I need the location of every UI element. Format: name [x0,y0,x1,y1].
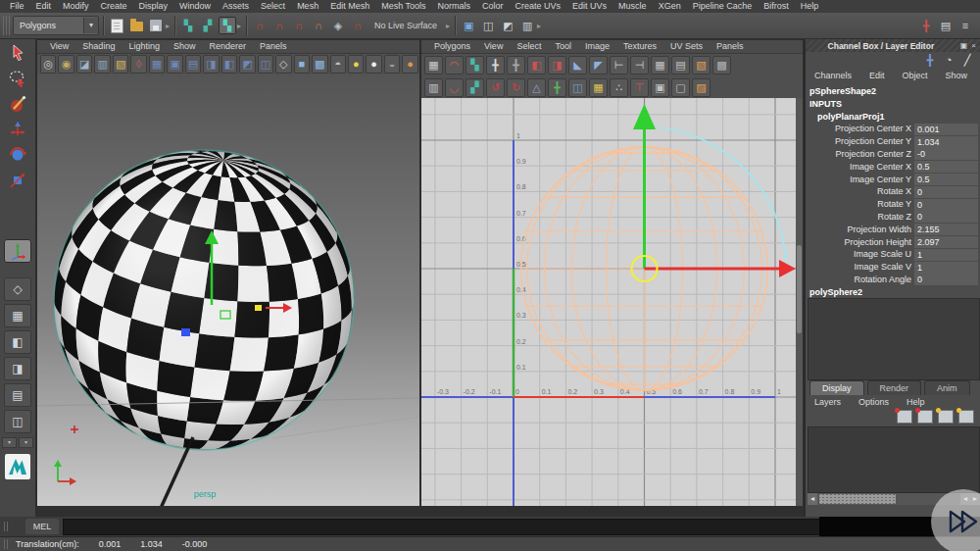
persp-menu-view[interactable]: View [43,40,75,53]
collapse-arrow-icon[interactable]: ▸ [446,22,450,30]
menu-pipeline-cache[interactable]: Pipeline Cache [687,0,759,13]
toolbar-grip[interactable] [3,16,10,35]
menu-window[interactable]: Window [173,0,217,13]
grid-uv-icon[interactable]: ▦ [651,56,669,75]
textured-icon[interactable]: ▩ [312,55,327,74]
make-live-icon[interactable]: ◈ [329,17,347,34]
attr-value-rotate-z[interactable]: 0 [914,211,978,223]
show-manipulator-toggle-icon[interactable]: ╋ [917,17,935,34]
uv-shell-select-icon[interactable]: ▚ [466,56,484,75]
grid-icon[interactable]: ▦ [149,55,165,74]
snap-to-point-icon[interactable]: ∩ [290,17,308,34]
layer-tab-anim[interactable]: Anim [924,380,970,395]
uv-editor-canvas[interactable]: -0.3-0.2-0.100.10.20.30.40.50.60.70.80.9… [421,98,797,506]
uv-face-select-icon[interactable]: ▞ [466,78,484,97]
collapse-arrow-icon[interactable]: ▸ [237,22,241,30]
gate-mask-icon[interactable]: ◨ [203,55,219,74]
copy-uv-icon[interactable]: ▨ [692,78,710,97]
new-empty-display-layer-icon[interactable] [897,410,912,424]
attr-value-rotate-y[interactable]: 0 [914,199,978,211]
layout-uv-icon[interactable]: ◫ [568,78,587,97]
channel-menu-channels[interactable]: Channels [806,70,860,82]
align-right-icon[interactable]: ⊣ [630,56,649,75]
save-scene-icon[interactable] [147,17,165,34]
unfold-uv-icon[interactable]: △ [527,78,546,97]
scrollbar-thumb[interactable] [819,494,896,504]
menu-mesh[interactable]: Mesh [291,0,324,13]
two-d-pan-zoom-icon[interactable]: ◊ [130,55,146,74]
image-plane-icon[interactable]: ▧ [113,55,128,74]
align-top-icon[interactable]: ⊤ [630,78,649,97]
unstack-shells-icon[interactable]: ▢ [671,78,690,97]
snap-to-curve-icon[interactable]: ∩ [270,17,288,34]
new-scene-icon[interactable] [108,17,125,34]
menu-help[interactable]: Help [795,0,825,13]
attr-value-projection-height[interactable]: 2.097 [914,236,978,248]
uv-lattice-2-icon[interactable]: ▥ [424,78,443,97]
attr-value-image-center-x[interactable]: 0.5 [914,161,978,173]
menu-modify[interactable]: Modify [57,0,95,13]
layer-menu-options[interactable]: Options [850,396,898,409]
camera-attributes-icon[interactable]: ◪ [76,55,92,74]
film-gate-icon[interactable]: ▣ [167,55,182,74]
menu-mesh-tools[interactable]: Mesh Tools [375,0,431,13]
snap-to-grid-icon[interactable]: ∩ [251,17,269,34]
layout-shortcut-menu-2[interactable]: ▾ [19,437,33,448]
attr-value-projection-center-x[interactable]: 0.001 [914,124,978,135]
sew-uv-icon[interactable]: ◤ [589,56,608,75]
render-current-frame-icon[interactable]: ◫ [479,17,497,34]
shaded-cube-icon[interactable]: ■ [294,55,310,74]
collapse-arrow-icon[interactable]: ▸ [537,22,541,30]
attr-value-rotation-angle[interactable]: 0 [914,274,978,285]
menu-edit-uvs[interactable]: Edit UVs [566,0,612,13]
new-layer-from-selected-icon[interactable] [917,410,933,424]
resolution-gate-icon[interactable]: ▤ [185,55,201,74]
uv-menu-textures[interactable]: Textures [616,40,663,53]
pixel-snap-icon[interactable]: ▤ [671,56,690,75]
lasso-tool[interactable] [4,67,31,90]
scale-tool[interactable] [4,169,31,192]
layer-tab-render[interactable]: Render [867,380,922,395]
uv-menu-tool[interactable]: Tool [548,40,578,53]
uv-menu-select[interactable]: Select [510,40,548,53]
align-dots-icon[interactable]: ∴ [610,78,628,97]
speed-dial-icon[interactable]: ◔ [942,54,956,68]
channel-node-shape[interactable]: pSphereShape2 [806,85,876,98]
channel-box-titlebar[interactable]: Channel Box / Layer Editor ▣× [806,39,980,52]
close-panel-icon[interactable]: × [969,41,978,50]
persp-menu-renderer[interactable]: Renderer [202,40,253,53]
flip-v-icon[interactable]: ◨ [548,56,566,75]
shadows-icon[interactable]: ◒ [384,55,400,74]
uv-menu-image[interactable]: Image [578,40,616,53]
float-panel-icon[interactable]: ▣ [958,41,970,50]
scroll-left-icon[interactable]: ◄ [808,493,817,505]
move-u-icon[interactable]: ╋ [486,56,505,75]
uv-smudge-tool-icon[interactable]: ◠ [445,56,464,75]
channel-menu-edit[interactable]: Edit [860,70,894,82]
select-tool[interactable] [4,41,31,65]
wireframe-icon[interactable]: ◇ [275,55,291,74]
menu-muscle[interactable]: Muscle [612,0,653,13]
menu-color[interactable]: Color [476,0,510,13]
layout-single-pane[interactable]: ◇ [4,277,31,301]
menu-select[interactable]: Select [255,0,291,13]
channel-node-history[interactable]: polySphere2 [806,286,862,299]
layer-list-area[interactable] [808,426,980,493]
rotate-tool[interactable] [4,143,31,167]
mel-tab[interactable]: MEL [25,519,59,534]
collapse-arrow-icon[interactable]: ▸ [166,22,170,30]
menu-xgen[interactable]: XGen [653,0,687,13]
lock-camera-icon[interactable]: ◉ [58,55,74,74]
rotate-cw-icon[interactable]: ↻ [507,78,525,97]
pencil-icon[interactable]: ╱ [960,54,974,68]
move-tool[interactable] [4,118,31,141]
channel-section-inputs[interactable]: INPUTS [806,98,842,111]
channel-box-toggle-icon[interactable]: ≡ [956,17,974,34]
attribute-editor-toggle-icon[interactable]: ▤ [937,17,955,34]
bookmark-icon[interactable]: ▥ [94,55,110,74]
persp-menu-panels[interactable]: Panels [253,40,294,53]
new-empty-anim-layer-icon[interactable] [938,410,954,424]
uv-vertical-scrollbar[interactable] [796,98,803,506]
safe-title-icon[interactable]: ◫ [258,55,273,74]
uv-menu-uv-sets[interactable]: UV Sets [663,40,710,53]
